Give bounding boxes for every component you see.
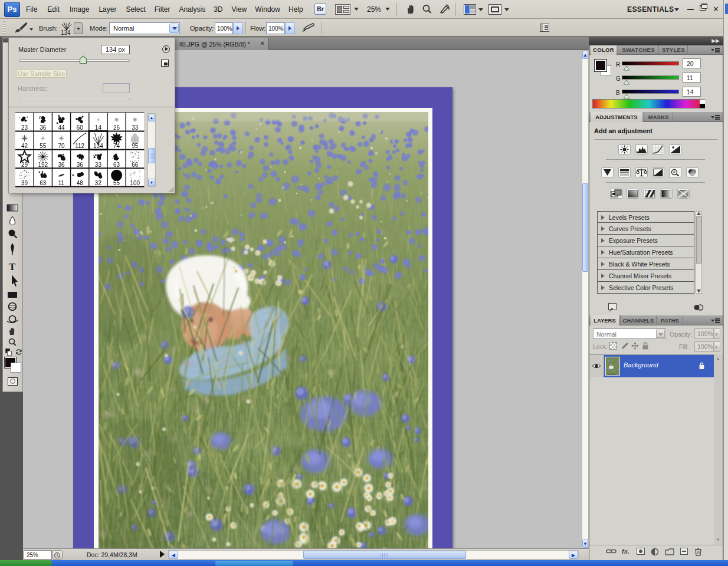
svg-text:T: T [9,261,16,272]
